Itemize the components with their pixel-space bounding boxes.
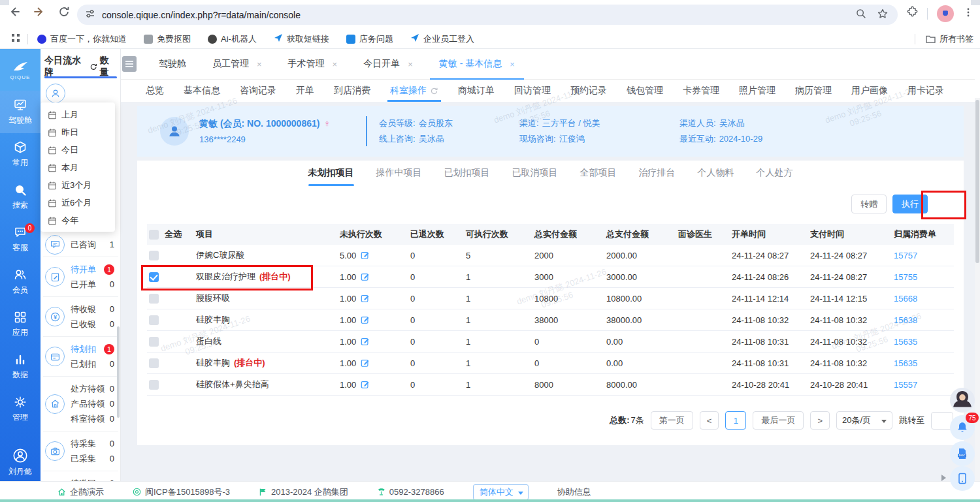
- zoom-icon[interactable]: [855, 8, 866, 22]
- last-page-button[interactable]: 最后一页: [753, 411, 804, 430]
- ptab-cancelled[interactable]: 已取消项目: [512, 167, 558, 186]
- edit-icon[interactable]: [361, 380, 370, 389]
- order-link[interactable]: 15638: [894, 315, 954, 325]
- subtab-consult-records[interactable]: 咨询记录: [240, 80, 276, 102]
- subtab-basic-info[interactable]: 基本信息: [184, 80, 220, 102]
- ptab-personal-materials[interactable]: 个人物料: [698, 167, 734, 186]
- dropdown-item-today[interactable]: 今日: [41, 141, 115, 159]
- stat-row[interactable]: 待开单1: [71, 262, 114, 277]
- mobile-shortcut[interactable]: [950, 466, 975, 491]
- ptab-personal-prescriptions[interactable]: 个人处方: [757, 167, 793, 186]
- execute-button[interactable]: 执行: [892, 195, 928, 213]
- table-row[interactable]: 硅胶假体+鼻尖抬高 1.00 0180008000.0024-10-28 20:…: [147, 374, 954, 396]
- row-checkbox[interactable]: [149, 358, 159, 368]
- sidebar-item-admin[interactable]: 管理: [0, 388, 41, 430]
- subtab-store-consumption[interactable]: 到店消费: [334, 80, 370, 102]
- dropdown-item-last-month[interactable]: 上月: [41, 106, 115, 123]
- select-all-checkbox[interactable]: [149, 230, 159, 240]
- collapse-menu-icon[interactable]: [122, 56, 137, 72]
- reload-icon[interactable]: [57, 5, 71, 18]
- browser-menu-icon[interactable]: [963, 7, 973, 20]
- subtab-coupons[interactable]: 卡券管理: [683, 80, 719, 102]
- sidebar-item-members[interactable]: 会员: [0, 260, 41, 303]
- ptab-in-operation[interactable]: 操作中项目: [376, 167, 422, 186]
- first-page-button[interactable]: 第一页: [651, 411, 693, 430]
- stat-row[interactable]: 待划扣1: [71, 341, 114, 356]
- url-text[interactable]: console.qique.cn/index.php?r=data/main/c…: [102, 10, 855, 20]
- bookmark-koutu[interactable]: 免费抠图: [144, 33, 191, 45]
- stat-row[interactable]: 产品待领0: [71, 396, 114, 411]
- row-checkbox[interactable]: [149, 315, 159, 325]
- subtab-card-usage[interactable]: 用卡记录: [907, 80, 944, 102]
- stat-row[interactable]: 科室待领0: [71, 411, 114, 426]
- stat-row[interactable]: 待收银0: [71, 302, 114, 317]
- row-checkbox-checked[interactable]: [149, 272, 159, 282]
- table-row[interactable]: 硅胶丰胸(排台中) 1.00 0100.0024-11-08 10:3124-1…: [147, 353, 954, 374]
- row-checkbox[interactable]: [149, 251, 159, 260]
- dropdown-item-6-months[interactable]: 近6个月: [41, 194, 115, 212]
- row-checkbox[interactable]: [149, 294, 159, 304]
- sidebar-item-common[interactable]: 常用: [0, 133, 41, 176]
- edit-icon[interactable]: [361, 251, 370, 260]
- dropdown-item-3-months[interactable]: 近3个月: [41, 176, 115, 194]
- close-icon[interactable]: ×: [257, 59, 262, 69]
- table-row[interactable]: 伊婉C玻尿酸 5.00 0520002000.0024-11-24 08:272…: [147, 245, 954, 266]
- stat-row[interactable]: 已开单0: [71, 277, 114, 292]
- language-select[interactable]: 简体中文: [473, 484, 529, 500]
- assistant-avatar[interactable]: [950, 388, 975, 413]
- dropdown-item-this-year[interactable]: 今年: [41, 212, 115, 229]
- stat-row[interactable]: 已划扣0: [71, 356, 114, 371]
- address-bar[interactable]: console.qique.cn/index.php?r=data/main/c…: [77, 5, 898, 25]
- transfer-button[interactable]: 转赠: [851, 195, 887, 213]
- row-checkbox[interactable]: [149, 337, 159, 347]
- stat-row[interactable]: 处方待领0: [71, 381, 114, 396]
- flow-panel-scrollbar[interactable]: [117, 326, 120, 418]
- current-page[interactable]: 1: [725, 411, 746, 430]
- forward-icon[interactable]: [33, 5, 46, 18]
- tab-member-profile[interactable]: 黄敏 - 基本信息×: [439, 49, 515, 80]
- subtab-department-ops[interactable]: 科室操作: [390, 80, 438, 102]
- sidebar-item-search[interactable]: 搜索: [0, 176, 41, 218]
- sidebar-item-data[interactable]: 数据: [0, 345, 41, 388]
- order-link[interactable]: 15668: [894, 294, 954, 304]
- tab-surgery[interactable]: 手术管理×: [288, 49, 338, 80]
- subtab-medical-records[interactable]: 病历管理: [795, 80, 832, 102]
- table-row[interactable]: 腰腹环吸 1.00 011080010800.0024-11-14 12:142…: [147, 288, 954, 309]
- browser-profile-avatar[interactable]: [937, 5, 954, 22]
- ptab-undeducted[interactable]: 未划扣项目: [308, 167, 354, 186]
- next-page-button[interactable]: >: [810, 411, 830, 430]
- footer-help[interactable]: 协助信息: [557, 486, 591, 498]
- footer-phone[interactable]: 0592-3278866: [377, 487, 444, 497]
- stat-row[interactable]: 待采集0: [71, 436, 114, 451]
- table-row-selected[interactable]: 双眼皮治疗护理(排台中) 1.00 0130003000.0024-11-24 …: [147, 266, 954, 288]
- subtab-mall-orders[interactable]: 商城订单: [458, 80, 495, 102]
- table-row[interactable]: 硅胶丰胸 1.00 013800038000.0024-11-08 10:322…: [147, 309, 954, 331]
- bookmark-baidu[interactable]: 百度一下，你就知道: [37, 33, 127, 45]
- table-row[interactable]: 蛋白线 1.00 0100.0024-11-08 10:3124-11-08 1…: [147, 331, 954, 353]
- edit-icon[interactable]: [361, 315, 370, 324]
- back-icon[interactable]: [8, 5, 21, 18]
- tab-staff[interactable]: 员工管理×: [212, 49, 262, 80]
- subtab-overview[interactable]: 总览: [146, 80, 164, 102]
- footer-site[interactable]: 企鹊演示: [57, 486, 104, 498]
- sidebar-item-service[interactable]: 0 客服: [0, 218, 41, 260]
- row-checkbox[interactable]: [149, 380, 159, 390]
- stat-row[interactable]: 已咨询1: [71, 237, 114, 252]
- tab-today-orders[interactable]: 今日开单×: [363, 49, 413, 80]
- refresh-icon[interactable]: [430, 87, 438, 95]
- ptab-deducted[interactable]: 已划扣项目: [444, 167, 490, 186]
- ptab-all[interactable]: 全部项目: [580, 167, 617, 186]
- edit-icon[interactable]: [361, 358, 370, 368]
- dropdown-item-this-month[interactable]: 本月: [41, 159, 115, 176]
- apps-grid-icon[interactable]: [10, 33, 21, 45]
- subtab-followup[interactable]: 回访管理: [514, 80, 551, 102]
- page-size-select[interactable]: 20条/页: [836, 411, 892, 430]
- order-link[interactable]: 15557: [894, 380, 954, 390]
- sidebar-item-apps[interactable]: 应用: [0, 303, 41, 345]
- bookmark-shortlink[interactable]: 获取短链接: [274, 33, 329, 45]
- page-scrollbar-thumb[interactable]: [975, 100, 979, 263]
- ptab-treatment-schedule[interactable]: 治疗排台: [639, 167, 676, 186]
- close-icon[interactable]: ×: [510, 59, 515, 69]
- notification-bell[interactable]: 75: [950, 415, 975, 440]
- prev-page-button[interactable]: <: [700, 411, 719, 430]
